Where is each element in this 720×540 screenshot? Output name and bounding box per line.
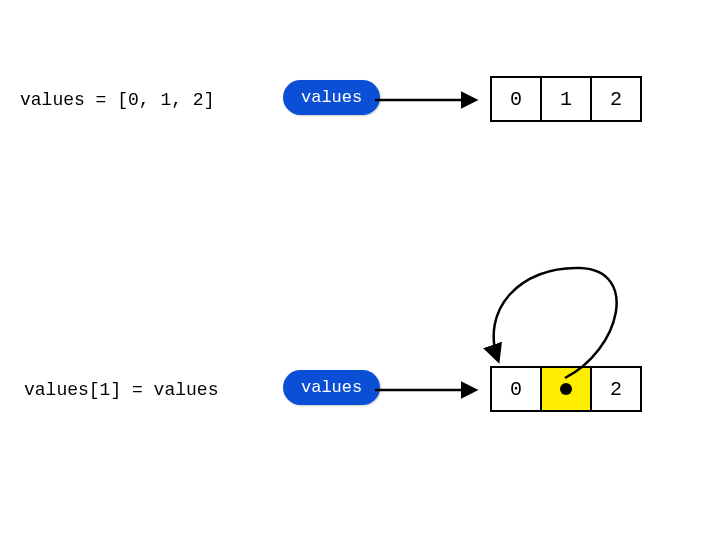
values-pill-2: values: [283, 370, 380, 405]
array-2: 0 2: [490, 366, 642, 412]
code-line-1: values = [0, 1, 2]: [20, 90, 214, 110]
values-pill-1: values: [283, 80, 380, 115]
array-1: 0 1 2: [490, 76, 642, 122]
arrow-pill-to-array-2: [370, 380, 490, 400]
array-2-cell-1-highlighted: [540, 366, 592, 412]
array-2-cell-2: 2: [590, 366, 642, 412]
array-2-cell-0: 0: [490, 366, 542, 412]
self-reference-dot: [560, 383, 572, 395]
array-1-cell-1: 1: [540, 76, 592, 122]
arrow-pill-to-array-1: [370, 90, 490, 110]
array-1-cell-2: 2: [590, 76, 642, 122]
array-1-cell-0: 0: [490, 76, 542, 122]
code-line-2: values[1] = values: [24, 380, 218, 400]
